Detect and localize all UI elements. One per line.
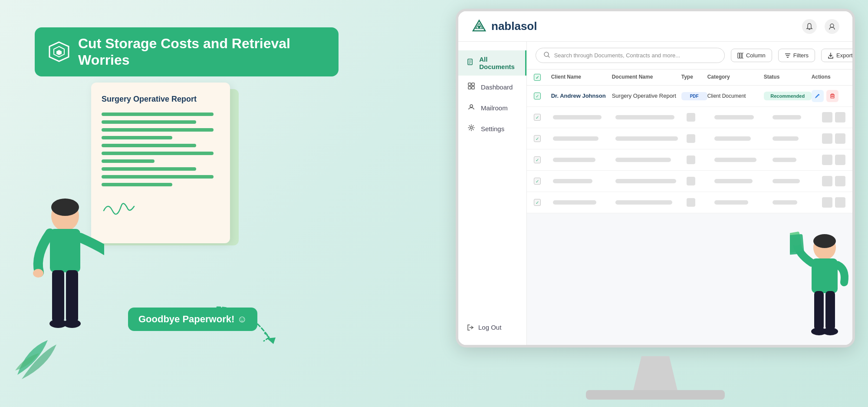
svg-rect-48 (814, 291, 824, 330)
left-section: Cut Storage Costs and Retrieval Worries … (0, 0, 286, 407)
sidebar-item-settings[interactable]: Settings (458, 119, 526, 138)
svg-marker-2 (56, 50, 62, 55)
app-logo: nablasol (471, 19, 537, 34)
svg-rect-31 (740, 53, 742, 58)
svg-point-7 (33, 269, 43, 278)
svg-rect-24 (472, 86, 474, 89)
svg-point-51 (822, 328, 838, 335)
table-header: Client Name Document Name Type Category … (527, 69, 852, 86)
col-status: Status (764, 74, 812, 81)
filters-btn-label: Filters (793, 52, 809, 59)
all-docs-icon (467, 59, 474, 67)
doc-line-6 (102, 152, 214, 155)
row1-client-name: Dr. Andrew Johnson (551, 92, 612, 100)
filters-icon (785, 53, 791, 59)
col-type: Type (681, 74, 707, 81)
column-btn-label: Column (746, 52, 766, 59)
search-placeholder-text: Search through Documents, Contracts and … (554, 52, 680, 59)
goodbye-text: Goodbye Paperwork! ☺ (138, 314, 247, 324)
dashboard-label: Dashboard (481, 83, 513, 91)
col-checkbox (534, 74, 551, 81)
svg-point-26 (470, 127, 473, 129)
sidebar-item-all-documents[interactable]: All Documents (458, 50, 526, 76)
row1-category: Client Document (707, 93, 764, 99)
svg-point-11 (63, 319, 81, 328)
doc-line-5 (102, 144, 196, 147)
svg-line-29 (548, 56, 549, 57)
table-row (527, 192, 852, 213)
table-row (527, 171, 852, 192)
pdf-badge-text: PDF (690, 94, 699, 99)
svg-rect-8 (52, 270, 64, 322)
svg-point-25 (470, 105, 473, 107)
all-documents-label: All Documents (479, 56, 516, 70)
doc-line-3 (102, 128, 214, 132)
export-btn-label: Export (836, 52, 852, 59)
banner-text: Cut Storage Costs and Retrieval Worries (78, 35, 326, 69)
row1-type: PDF (681, 92, 707, 100)
person-illustration-left (26, 190, 104, 372)
header-checkbox[interactable] (534, 74, 541, 81)
column-button[interactable]: Column (731, 49, 772, 62)
row1-doc-name: Surgery Operative Report (612, 92, 681, 100)
svg-rect-22 (472, 83, 474, 86)
row1-actions (812, 90, 851, 102)
banner-icon (48, 40, 70, 63)
doc-line-8 (102, 167, 196, 171)
logout-label: Log Out (478, 324, 501, 331)
goodbye-bubble: Goodbye Paperwork! ☺ (128, 308, 257, 331)
status-badge: Recommended (764, 92, 812, 100)
svg-point-16 (830, 24, 834, 27)
doc-card: Surgery Operative Report (91, 83, 230, 243)
column-icon (737, 53, 743, 59)
banner: Cut Storage Costs and Retrieval Worries (35, 27, 339, 76)
svg-point-15 (478, 26, 480, 28)
logout-button[interactable]: Log Out (458, 318, 526, 336)
nablasol-logo-icon (471, 19, 487, 34)
export-button[interactable]: Export (821, 49, 852, 62)
table-row (527, 107, 852, 128)
svg-rect-30 (738, 53, 740, 58)
svg-rect-21 (468, 83, 471, 86)
settings-icon (467, 124, 476, 133)
filters-button[interactable]: Filters (778, 49, 815, 62)
col-category: Category (707, 74, 764, 81)
toolbar: Search through Documents, Contracts and … (527, 42, 852, 69)
user-icon[interactable] (825, 19, 839, 34)
doc-line-4 (102, 136, 172, 139)
col-doc-name: Document Name (612, 74, 681, 81)
edit-button[interactable] (812, 90, 824, 102)
dashboard-icon (467, 83, 476, 91)
doc-line-1 (102, 113, 214, 116)
table-row (527, 128, 852, 149)
bell-icon[interactable] (802, 19, 817, 34)
svg-rect-49 (825, 291, 835, 330)
delete-button[interactable] (826, 90, 838, 102)
svg-rect-32 (742, 53, 743, 58)
search-bar[interactable]: Search through Documents, Contracts and … (536, 48, 725, 63)
table-row (527, 149, 852, 171)
table-row: Dr. Andrew Johnson Surgery Operative Rep… (527, 86, 852, 107)
monitor-base (586, 390, 725, 400)
mailroom-icon (467, 103, 476, 112)
logo-text: nablasol (491, 20, 537, 33)
sidebar-item-dashboard[interactable]: Dashboard (458, 77, 526, 96)
svg-rect-44 (812, 258, 838, 293)
export-icon (828, 53, 834, 59)
doc-line-7 (102, 159, 155, 163)
col-actions: Actions (812, 74, 851, 81)
mailroom-label: Mailroom (481, 104, 508, 112)
person-illustration-right (790, 226, 859, 356)
doc-line-10 (102, 183, 172, 186)
doc-card-title: Surgery Operative Report (102, 95, 220, 104)
svg-rect-23 (468, 86, 471, 89)
signature-doodle (102, 198, 136, 215)
row1-checkbox[interactable] (534, 93, 551, 99)
doc-line-9 (102, 175, 214, 179)
doc-line-2 (102, 120, 196, 124)
svg-point-43 (813, 234, 836, 248)
col-client-name: Client Name (551, 74, 612, 81)
sidebar-item-mailroom[interactable]: Mailroom (458, 98, 526, 117)
settings-label: Settings (481, 125, 504, 132)
logout-icon (467, 324, 474, 331)
